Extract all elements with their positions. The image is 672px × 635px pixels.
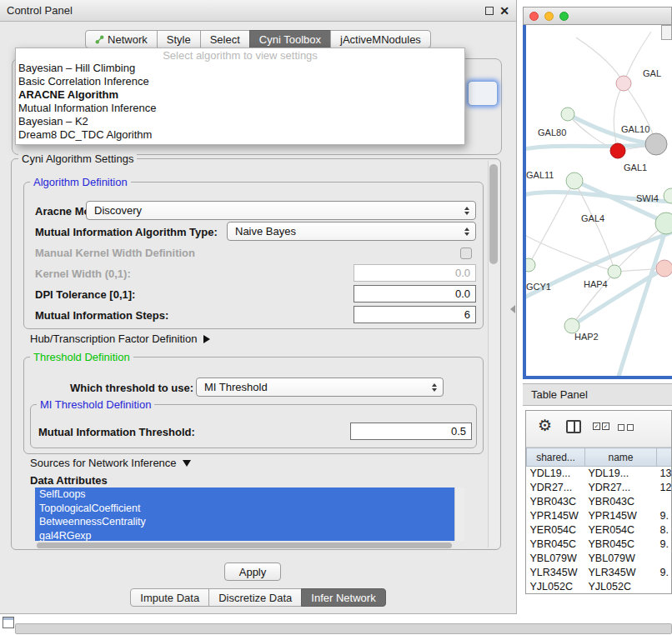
bottom-tabs: Impute DataDiscretize DataInfer Network: [0, 588, 516, 607]
attributes-hscrollbar-thumb[interactable]: [37, 542, 452, 548]
node-label: GCY1: [526, 282, 551, 292]
network-node[interactable]: [616, 76, 631, 91]
attribute-item-gal4rgexp[interactable]: gal4RGexp: [35, 529, 454, 542]
table-cell: YJL052C: [585, 580, 657, 594]
network-node[interactable]: [561, 108, 574, 121]
table-row[interactable]: YJL052CYJL052C: [527, 580, 672, 594]
gear-icon[interactable]: ⚙: [538, 416, 552, 435]
data-attributes-list[interactable]: SelfLoopsTopologicalCoefficientBetweenne…: [35, 488, 454, 541]
node-label: GAL11: [526, 170, 554, 180]
scrollbar-stub[interactable]: [661, 25, 672, 40]
kernel-width-input: [354, 264, 476, 282]
float-window-icon[interactable]: [485, 7, 494, 15]
network-node[interactable]: [526, 258, 535, 272]
attribute-item-betweennesscentrality[interactable]: BetweennessCentrality: [35, 515, 454, 529]
hub-section-toggle[interactable]: Hub/Transcription Factor Definition: [30, 332, 210, 345]
combo-arrows-icon: [464, 228, 469, 236]
table-row[interactable]: YLR345WYLR345W9.: [527, 566, 672, 580]
network-icon: [95, 35, 104, 44]
hub-section-label: Hub/Transcription Factor Definition: [30, 332, 197, 345]
table-cell: YLR345W: [527, 566, 585, 580]
tab-select[interactable]: Select: [200, 30, 250, 48]
table-cell: YBR045C: [527, 538, 585, 552]
table-row[interactable]: YDL19...YDL19...13: [527, 467, 672, 481]
node-table: shared...name YDL19...YDL19...13YDR27...…: [526, 448, 672, 594]
dropdown-item-bayesian-hill-climbing[interactable]: Bayesian – Hill Climbing: [16, 62, 464, 75]
network-node[interactable]: [610, 143, 625, 158]
which-threshold-select[interactable]: MI Threshold: [196, 378, 444, 397]
tab-label: Network: [108, 33, 148, 46]
table-cell: YPR145W: [585, 509, 657, 523]
table-cell: 8.: [657, 523, 672, 538]
checked-box-icon: ✓: [602, 422, 609, 430]
chevron-down-icon: [183, 460, 191, 467]
table-panel-title: Table Panel: [531, 388, 588, 401]
apply-button[interactable]: Apply: [224, 562, 281, 581]
attribute-item-topologicalcoefficient[interactable]: TopologicalCoefficient: [35, 502, 454, 516]
settings-scrollbar-thumb[interactable]: [489, 164, 498, 264]
table-row[interactable]: YBR045CYBR045C9.: [527, 538, 672, 552]
bottom-panel-bar[interactable]: [15, 623, 672, 634]
select-all-icon[interactable]: ✓ ✓: [593, 422, 609, 430]
tab-cyni-toolbox[interactable]: Cyni Toolbox: [249, 30, 331, 48]
combo-arrows-icon: [464, 207, 469, 215]
columns-icon[interactable]: [566, 420, 581, 433]
tab-network[interactable]: Network: [85, 30, 158, 48]
table-cell: YBR045C: [585, 538, 657, 552]
table-row[interactable]: YBL079WYBL079W: [527, 552, 672, 566]
tab-infer-network[interactable]: Infer Network: [301, 588, 385, 607]
network-view-window: GALGAL80GAL10GAL11GAL1SWI4GAL4GCY1HAP4HA…: [523, 7, 672, 379]
focused-spinner[interactable]: [468, 81, 498, 106]
table-cell: 9.: [657, 538, 672, 552]
table-row[interactable]: YER054CYER054C8.: [527, 523, 672, 538]
table-row[interactable]: YDR27...YDR27...12: [527, 481, 672, 495]
table-row[interactable]: YBR043CYBR043C: [527, 495, 672, 509]
collapsed-panel-icon[interactable]: [3, 617, 14, 628]
algorithm-definition-title: Algorithm Definition: [30, 176, 131, 188]
threshold-definition-title: Threshold Definition: [30, 351, 133, 363]
mi-steps-input[interactable]: [354, 306, 476, 323]
aracne-mode-select[interactable]: Discovery: [86, 201, 476, 220]
manual-kernel-checkbox[interactable]: [460, 248, 472, 259]
network-node[interactable]: [566, 172, 583, 189]
mi-threshold-input[interactable]: [350, 422, 472, 440]
traffic-light-zoom[interactable]: [559, 12, 569, 21]
dropdown-item-mutual-information-inference[interactable]: Mutual Information Inference: [16, 102, 464, 115]
dropdown-item-bayesian-k2[interactable]: Bayesian – K2: [16, 115, 464, 128]
traffic-light-minimize[interactable]: [544, 12, 554, 21]
attributes-scrollbar-track[interactable]: [454, 488, 464, 541]
dropdown-item-dream8-dc-tdc-algorithm[interactable]: Dream8 DC_TDC Algorithm: [16, 128, 464, 142]
tab-discretize-data[interactable]: Discretize Data: [208, 588, 302, 607]
tab-impute-data[interactable]: Impute Data: [130, 588, 209, 607]
empty-box-icon: [618, 424, 624, 431]
node-label: GAL80: [538, 128, 566, 138]
tab-style[interactable]: Style: [157, 30, 201, 48]
column-header[interactable]: [657, 448, 672, 467]
table-cell: YBL079W: [527, 552, 585, 566]
mi-type-value: Naive Bayes: [235, 225, 296, 238]
table-cell: [657, 580, 672, 594]
network-node[interactable]: [656, 260, 672, 277]
network-canvas[interactable]: GALGAL80GAL10GAL11GAL1SWI4GAL4GCY1HAP4HA…: [523, 25, 672, 379]
close-icon[interactable]: ✕: [499, 3, 509, 18]
column-header[interactable]: name: [585, 448, 657, 467]
traffic-light-close[interactable]: [529, 12, 539, 21]
dpi-tolerance-input[interactable]: [354, 285, 476, 302]
table-panel-header: Table Panel: [523, 383, 672, 406]
deselect-all-icon[interactable]: [618, 424, 634, 431]
mi-type-select[interactable]: Naive Bayes: [227, 222, 476, 241]
panel-collapse-handle[interactable]: [510, 305, 515, 313]
network-graph[interactable]: GALGAL80GAL10GAL11GAL1SWI4GAL4GCY1HAP4HA…: [526, 25, 672, 376]
dropdown-item-aracne-algorithm[interactable]: ARACNE Algorithm: [16, 88, 464, 102]
sources-section-toggle[interactable]: Sources for Network Inference: [30, 457, 191, 469]
table-cell: YDL19...: [585, 467, 657, 481]
dropdown-item-basic-correlation-inference[interactable]: Basic Correlation Inference: [16, 75, 464, 88]
network-node[interactable]: [645, 133, 667, 155]
table-row[interactable]: YPR145WYPR145W9.: [527, 509, 672, 523]
column-header[interactable]: shared...: [527, 448, 585, 467]
network-node[interactable]: [608, 265, 621, 278]
table-cell: YBL079W: [585, 552, 657, 566]
attribute-item-selfloops[interactable]: SelfLoops: [35, 488, 454, 502]
tab-jactivemnodules[interactable]: jActiveMNodules: [330, 30, 431, 48]
node-label: GAL: [643, 68, 661, 78]
